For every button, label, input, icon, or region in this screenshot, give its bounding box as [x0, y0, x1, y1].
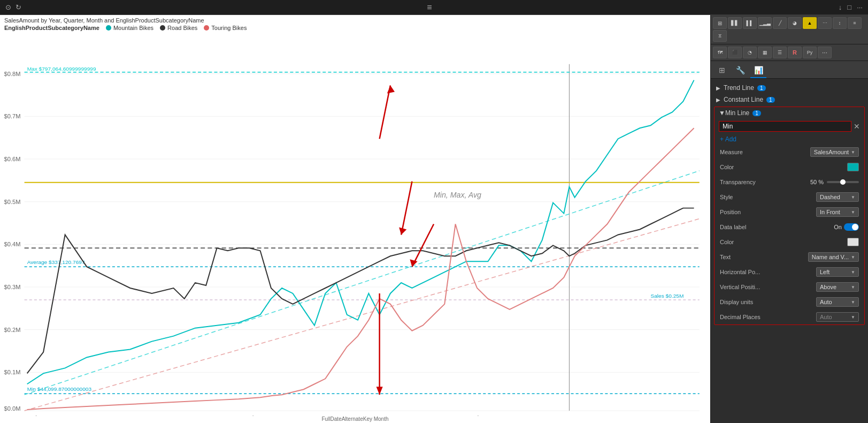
svg-line-31 — [25, 219, 700, 411]
constant-line-section[interactable]: ▶ Constant Line 1 — [711, 94, 868, 105]
svg-marker-35 — [399, 227, 406, 235]
viz-btn-pie[interactable]: ◕ — [788, 17, 802, 29]
color-swatch[interactable] — [847, 163, 859, 171]
trans-val: 50 % — [808, 179, 824, 185]
viz-btn-scatter[interactable]: ⋯ — [818, 17, 832, 29]
chart-legend: EnglishProductSubcategoryName Mountain B… — [0, 24, 710, 32]
viz-btn-r[interactable]: R — [788, 47, 802, 58]
color2-label: Color — [720, 239, 779, 245]
color-row: Color — [715, 160, 864, 175]
chart-title: SalesAmount by Year, Quarter, Month and … — [0, 15, 710, 24]
measure-dropdown[interactable]: SalesAmount ▼ — [810, 147, 859, 157]
trend-line-label: Trend Line — [724, 84, 754, 92]
display-units-arrow: ▼ — [851, 300, 855, 305]
min-line-header[interactable]: ▼ Min Line 1 — [715, 107, 864, 119]
decimal-places-value: Auto ▼ — [779, 312, 859, 322]
min-line-label: Min Line — [725, 109, 749, 117]
analytics-panel: ▶ Trend Line 1 ▶ Constant Line 1 ▼ Min L… — [711, 79, 868, 423]
svg-text:$0.4M: $0.4M — [4, 241, 21, 247]
color2-value — [779, 238, 859, 246]
viz-btn-area[interactable]: ▲ — [803, 17, 817, 29]
viz-btn-combo[interactable]: ↕ — [833, 17, 847, 29]
position-dropdown[interactable]: In Front ▼ — [816, 207, 859, 217]
style-dropdown[interactable]: Dashed ▼ — [816, 192, 859, 202]
text-label: Text — [720, 254, 779, 260]
menu-icon[interactable]: ≡ — [427, 3, 433, 12]
viz-btn-col[interactable]: ▁▂▃ — [758, 17, 772, 29]
viz-btn-funnel[interactable]: ⧖ — [713, 30, 727, 42]
transparency-slider[interactable] — [827, 181, 859, 183]
more-icon[interactable]: ··· — [857, 3, 863, 11]
viz-btn-table[interactable]: ⊞ — [713, 17, 727, 29]
toggle-switch: On — [834, 223, 859, 231]
legend-label-touring: Touring Bikes — [211, 25, 247, 31]
tab-format[interactable]: 🔧 — [732, 63, 748, 78]
style-label: Style — [720, 194, 779, 200]
transparency-label: Transparency — [720, 179, 779, 185]
min-name-clear[interactable]: ✕ — [854, 122, 860, 131]
viz-btn-more[interactable]: ··· — [818, 47, 832, 58]
viz-btn-gauge[interactable]: ◔ — [743, 47, 757, 58]
add-row[interactable]: + Add — [715, 134, 864, 145]
legend-label-mountain: Mountain Bikes — [113, 25, 153, 31]
svg-marker-33 — [387, 86, 395, 94]
position-label: Position — [720, 209, 779, 215]
text-dropdown[interactable]: Name and V... ▼ — [808, 252, 859, 262]
legend-dot-touring — [204, 25, 209, 31]
horiz-pos-dropdown[interactable]: Left ▼ — [816, 267, 859, 277]
min-line-badge: 1 — [752, 110, 761, 116]
trend-line-section[interactable]: ▶ Trend Line 1 — [711, 82, 868, 94]
constant-line-label: Constant Line — [724, 96, 763, 103]
vert-pos-arrow: ▼ — [851, 285, 855, 290]
panel-tabs: ⊞ 🔧 📊 — [711, 61, 868, 79]
measure-arrow: ▼ — [851, 150, 855, 155]
display-units-dropdown[interactable]: Auto ▼ — [816, 297, 859, 307]
viz-btn-slicer[interactable]: ☰ — [773, 47, 787, 58]
data-label-toggle[interactable] — [844, 223, 859, 231]
legend-item-touring: Touring Bikes — [204, 25, 247, 31]
min-name-input[interactable] — [719, 121, 851, 132]
viz-btn-py[interactable]: Py — [803, 47, 817, 58]
viz-btn-waterfall[interactable]: ≡ — [848, 17, 862, 29]
position-row: Position In Front ▼ — [715, 205, 864, 220]
color-label: Color — [720, 164, 779, 170]
window-icon[interactable]: □ — [847, 3, 851, 11]
add-label: + Add — [720, 135, 736, 143]
viz-toolbar-2: 🗺 ⬛ ◔ ▦ ☰ R Py ··· — [711, 44, 868, 61]
vert-pos-dropdown[interactable]: Above ▼ — [816, 282, 859, 292]
svg-text:Jan 2008: Jan 2008 — [575, 414, 597, 416]
viz-btn-card[interactable]: ▦ — [758, 47, 772, 58]
tab-fields[interactable]: ⊞ — [714, 63, 730, 78]
svg-text:Average $337,120.7697: Average $337,120.7697 — [27, 259, 85, 265]
forward-icon[interactable]: ↻ — [16, 3, 21, 11]
slider-thumb — [840, 179, 846, 185]
viz-btn-map[interactable]: 🗺 — [713, 47, 727, 58]
decimal-places-dropdown[interactable]: Auto ▼ — [816, 312, 859, 322]
decimal-places-row: Decimal Places Auto ▼ — [715, 309, 864, 324]
svg-text:Min $44,099.87000000003: Min $44,099.87000000003 — [27, 386, 92, 392]
svg-text:$0.5M: $0.5M — [4, 199, 21, 205]
download-icon[interactable]: ↓ — [839, 3, 842, 11]
chart-svg: $0.8M $0.7M $0.6M $0.5M $0.4M $0.3M $0.2… — [0, 32, 710, 416]
top-bar-right: ↓ □ ··· — [839, 3, 863, 11]
back-icon[interactable]: ⊙ — [5, 3, 11, 11]
vert-pos-value: Above ▼ — [779, 282, 859, 292]
data-label-label: Data label — [720, 224, 779, 230]
transparency-value: 50 % — [779, 179, 859, 185]
color2-row: Color — [715, 235, 864, 250]
toggle-label: On — [834, 224, 842, 230]
top-bar-center: ≡ — [427, 3, 433, 12]
svg-text:$0.7M: $0.7M — [4, 113, 21, 119]
chart-area: $0.8M $0.7M $0.6M $0.5M $0.4M $0.3M $0.2… — [0, 32, 710, 416]
text-arrow: ▼ — [851, 255, 855, 260]
viz-btn-stacked[interactable]: ▌▌ — [743, 17, 757, 29]
min-name-row: ✕ — [715, 119, 864, 134]
min-line-chevron: ▼ — [719, 109, 725, 117]
viz-btn-line[interactable]: ╱ — [773, 17, 787, 29]
color2-swatch[interactable] — [847, 238, 859, 246]
svg-text:Sales $0.25M: Sales $0.25M — [650, 293, 683, 299]
viz-btn-bar[interactable]: ▋▋ — [728, 17, 742, 29]
decimal-places-label: Decimal Places — [720, 314, 779, 320]
viz-btn-tree[interactable]: ⬛ — [728, 47, 742, 58]
tab-analytics[interactable]: 📊 — [750, 63, 766, 78]
